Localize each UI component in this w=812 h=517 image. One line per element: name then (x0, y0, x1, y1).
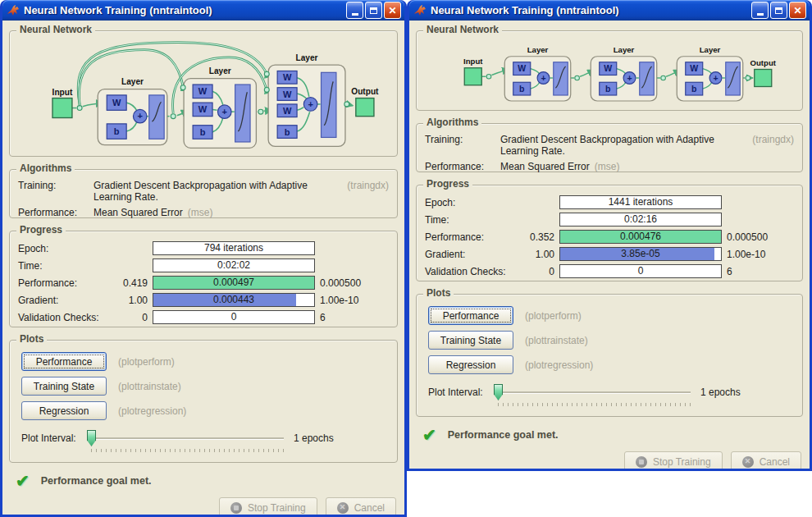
validation-bar: 0 (153, 310, 315, 324)
group-title: Plots (423, 287, 454, 299)
status-row: ✔ Performance goal met. (16, 473, 404, 489)
time-label: Time: (18, 260, 108, 272)
minimize-icon (352, 13, 358, 16)
plot-interval-value: 1 epochs (294, 430, 334, 444)
cancel-button[interactable]: ✕ Cancel (326, 497, 396, 515)
performance-fn: (mse) (595, 161, 620, 172)
svg-text:W: W (283, 89, 292, 99)
close-icon: ✕ (388, 6, 396, 16)
performance-plot-fn: (plotperform) (118, 356, 175, 368)
close-button[interactable]: ✕ (384, 2, 401, 19)
minimize-button[interactable] (346, 2, 363, 19)
training-state-plot-button[interactable]: Training State (21, 377, 107, 396)
training-state-plot-fn: (plottrainstate) (118, 381, 181, 392)
plot-interval-slider[interactable] (494, 384, 691, 407)
window-content: Neural Network (2, 21, 404, 515)
titlebar[interactable]: Neural Network Training (nntraintool) ✕ (409, 0, 810, 21)
status-message: Performance goal met. (41, 475, 152, 487)
plot-interval-value: 1 epochs (700, 384, 741, 398)
performance-algorithm-row: Performance: Mean Squared Error (mse) (425, 161, 794, 172)
gradient-label: Gradient: (425, 249, 515, 260)
titlebar[interactable]: Neural Network Training (nntraintool) ✕ (2, 0, 404, 21)
window-title: Neural Network Training (nntraintool) (24, 4, 344, 16)
performance-fn: (mse) (188, 207, 213, 218)
svg-text:+: + (308, 99, 312, 109)
svg-text:+: + (137, 111, 142, 121)
performance-plot-button[interactable]: Performance (428, 306, 513, 325)
layer-label: Layer (121, 77, 144, 86)
performance-plot-button[interactable]: Performance (21, 352, 107, 371)
svg-text:+: + (713, 73, 718, 83)
training-fn: (traingdx) (752, 134, 794, 157)
validation-start: 0 (520, 266, 554, 277)
svg-text:b: b (200, 127, 206, 137)
group-title: Neural Network (423, 24, 502, 35)
slider-thumb[interactable] (494, 384, 503, 400)
gradient-bar: 0.000443 (153, 293, 315, 307)
performance-value: Mean Squared Error (500, 161, 590, 172)
maximize-button[interactable] (770, 2, 787, 19)
check-icon: ✔ (422, 427, 436, 443)
svg-text:b: b (285, 127, 290, 137)
time-field: 0:02:02 (153, 258, 315, 272)
network-diagram: Input Layer Layer Layer Output Wb Wb Wb … (417, 31, 802, 109)
validation-label: Validation Checks: (425, 266, 515, 277)
output-node (356, 98, 374, 117)
close-button[interactable]: ✕ (789, 2, 806, 19)
gradient-goal: 1.00e-10 (320, 295, 376, 306)
slider-track[interactable] (94, 437, 284, 439)
maximize-icon (775, 7, 782, 14)
feedforward-network-diagram: Input Layer Layer Layer Output Wb Wb Wb … (425, 38, 794, 107)
validation-bar: 0 (559, 264, 722, 278)
desktop: { "diagram": { "input_label": "Input", "… (0, 0, 812, 517)
status-message: Performance goal met. (448, 429, 559, 441)
performance-goal: 0.000500 (320, 277, 376, 289)
training-value: Gradient Descent Backpropagation with Ad… (500, 134, 747, 157)
svg-text:+: + (541, 73, 545, 83)
minimize-icon (757, 13, 764, 16)
slider-track[interactable] (500, 391, 691, 393)
cancel-button[interactable]: ✕ Cancel (731, 451, 801, 469)
layer-label: Layer (527, 45, 549, 54)
epoch-field: 1441 iterations (559, 195, 722, 209)
plots-group: Plots Performance (plotperform) Training… (9, 340, 398, 463)
plots-group: Plots Performance (plotperform) Training… (416, 294, 803, 417)
plot-interval-slider[interactable] (87, 430, 284, 453)
group-title: Plots (16, 333, 47, 345)
svg-text:+: + (222, 107, 227, 117)
stop-training-button[interactable]: Stop Training (624, 451, 723, 469)
minimize-button[interactable] (751, 2, 769, 19)
training-algorithm-row: Training: Gradient Descent Backpropagati… (425, 134, 794, 157)
matlab-icon (7, 4, 20, 17)
status-row: ✔ Performance goal met. (422, 427, 810, 443)
performance-label: Performance: (18, 277, 108, 289)
output-label: Output (351, 87, 379, 96)
input-label: Input (52, 88, 73, 97)
performance-label: Performance: (18, 207, 94, 218)
nntraintool-window-left: Neural Network Training (nntraintool) ✕ … (0, 0, 407, 517)
stop-training-button[interactable]: Stop Training (219, 497, 317, 515)
neural-network-group: Neural Network (416, 30, 803, 111)
training-algorithm-row: Training: Gradient Descent Backpropagati… (18, 180, 389, 203)
output-node (755, 70, 772, 87)
regression-plot-button[interactable]: Regression (428, 355, 513, 374)
svg-text:b: b (519, 84, 524, 94)
svg-text:b: b (114, 126, 120, 136)
input-node (464, 68, 481, 85)
window-title: Neural Network Training (nntraintool) (431, 4, 750, 16)
training-value: Gradient Descent Backpropagation with Ad… (94, 180, 342, 203)
performance-plot-fn: (plotperform) (525, 310, 582, 322)
performance-start: 0.419 (113, 277, 148, 289)
input-label: Input (463, 57, 483, 66)
cancel-icon: ✕ (337, 502, 349, 514)
gradient-start: 1.00 (520, 249, 554, 260)
training-state-plot-button[interactable]: Training State (428, 331, 513, 350)
slider-thumb[interactable] (87, 430, 96, 446)
close-icon: ✕ (793, 6, 801, 16)
maximize-button[interactable] (365, 2, 382, 19)
regression-plot-button[interactable]: Regression (21, 401, 107, 420)
cascade-network-diagram: Input Layer Layer Layer Output Wb WWb WW… (16, 38, 391, 151)
regression-plot-fn: (plotregression) (118, 405, 186, 417)
gradient-goal: 1.00e-10 (727, 249, 782, 260)
slider-ticks (91, 449, 284, 452)
